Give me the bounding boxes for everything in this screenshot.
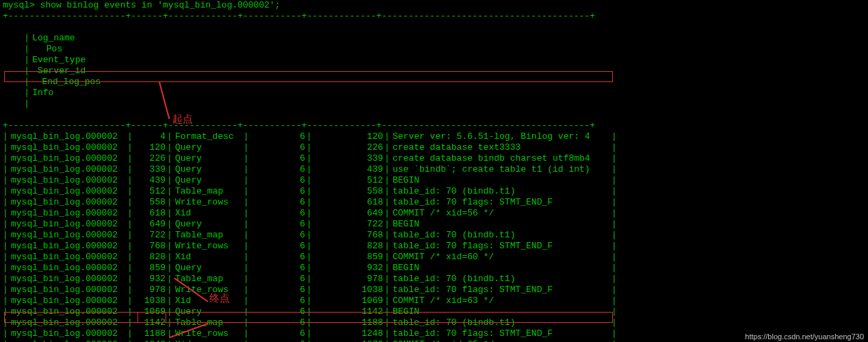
cell-event-type: Query [172, 306, 244, 317]
cell-server-id: 6 [249, 219, 306, 230]
cell-server-id: 6 [249, 306, 306, 317]
table-header-row: |Log_name |Pos |Event_type |Server_id |E… [3, 22, 865, 120]
cell-event-type: Query [172, 263, 244, 274]
cell-pos: 859 [133, 263, 167, 274]
cell-pos: 618 [133, 208, 167, 219]
table-row: |mysql_bin_log.000002|226|Query|6|339|cr… [3, 153, 865, 164]
cell-pos: 932 [133, 274, 167, 285]
cell-event-type: Table_map [172, 186, 244, 197]
cell-pos: 226 [133, 153, 167, 164]
cell-event-type: Write_rows [172, 285, 244, 295]
cell-log-name: mysql_bin_log.000002 [8, 175, 127, 186]
table-row: |mysql_bin_log.000002|859|Query|6|932|BE… [3, 263, 865, 274]
cell-pos: 339 [133, 164, 167, 175]
cell-pos: 1188 [133, 328, 167, 339]
cell-event-type: Query [172, 219, 244, 230]
header-log-name: Log_name [29, 33, 148, 44]
cell-info: COMMIT /* xid=60 */ [390, 252, 611, 263]
cell-pos: 768 [133, 241, 167, 252]
cell-server-id: 6 [249, 263, 306, 274]
table-row: |mysql_bin_log.000002|512|Table_map|6|55… [3, 186, 865, 197]
table-row: |mysql_bin_log.000002|932|Table_map|6|97… [3, 274, 865, 285]
cell-log-name: mysql_bin_log.000002 [8, 164, 127, 175]
cell-server-id: 6 [249, 186, 306, 197]
cell-end-log-pos: 1142 [312, 306, 384, 317]
cell-end-log-pos: 120 [312, 131, 384, 142]
table-row: |mysql_bin_log.000002|1188|Write_rows|6|… [3, 328, 865, 339]
table-row: |mysql_bin_log.000002|339|Query|6|439|us… [3, 164, 865, 175]
cell-info: COMMIT /* xid=63 */ [390, 295, 611, 306]
cell-server-id: 6 [249, 285, 306, 295]
cell-server-id: 6 [249, 274, 306, 285]
cell-log-name: mysql_bin_log.000002 [8, 219, 127, 230]
cell-pos: 828 [133, 252, 167, 263]
cell-log-name: mysql_bin_log.000002 [8, 153, 127, 164]
cell-server-id: 6 [249, 295, 306, 306]
cell-pos: 1069 [133, 306, 167, 317]
cell-info: table_id: 70 flags: STMT_END_F [390, 241, 611, 252]
cell-pos: 439 [133, 175, 167, 186]
cell-pos: 1248 [133, 339, 167, 342]
cell-log-name: mysql_bin_log.000002 [8, 197, 127, 208]
cell-server-id: 6 [249, 142, 306, 153]
cell-log-name: mysql_bin_log.000002 [8, 274, 127, 285]
cell-log-name: mysql_bin_log.000002 [8, 230, 127, 241]
header-server-id: Server_id [29, 66, 87, 77]
cell-pos: 512 [133, 186, 167, 197]
cell-event-type: Write_rows [172, 241, 244, 252]
table-row: |mysql_bin_log.000002|768|Write_rows|6|8… [3, 241, 865, 252]
cell-info: create database text3333 [390, 142, 611, 153]
cell-pos: 558 [133, 197, 167, 208]
cell-log-name: mysql_bin_log.000002 [8, 186, 127, 197]
sql-prompt: mysql> show binlog events in 'mysql_bin_… [3, 0, 865, 11]
cell-event-type: Query [172, 164, 244, 175]
cell-end-log-pos: 649 [312, 208, 384, 219]
cell-end-log-pos: 339 [312, 153, 384, 164]
cell-log-name: mysql_bin_log.000002 [8, 306, 127, 317]
cell-event-type: Table_map [172, 230, 244, 241]
cell-pos: 1038 [133, 295, 167, 306]
cell-info: COMMIT /* xid=65 */ [390, 339, 611, 342]
cell-info: BEGIN [390, 175, 611, 186]
table-border-mid: +----------------------+------+---------… [3, 120, 865, 131]
cell-info: table_id: 70 (bindb.t1) [390, 230, 611, 241]
header-end-log-pos: End_log_pos [29, 77, 102, 88]
cell-info: create database bindb charset utf8mb4 [390, 153, 611, 164]
cell-log-name: mysql_bin_log.000002 [8, 328, 127, 339]
cell-info: table_id: 70 (bindb.t1) [390, 274, 611, 285]
cell-end-log-pos: 618 [312, 197, 384, 208]
cell-server-id: 6 [249, 328, 306, 339]
header-event-type: Event_type [29, 55, 101, 66]
cell-end-log-pos: 512 [312, 175, 384, 186]
table-row: |mysql_bin_log.000002|439|Query|6|512|BE… [3, 175, 865, 186]
terminal: mysql> show binlog events in 'mysql_bin_… [0, 0, 868, 342]
cell-end-log-pos: 226 [312, 142, 384, 153]
table-body: |mysql_bin_log.000002|4|Format_desc|6|12… [3, 131, 865, 342]
cell-log-name: mysql_bin_log.000002 [8, 263, 127, 274]
cell-pos: 1142 [133, 317, 167, 328]
cell-log-name: mysql_bin_log.000002 [8, 252, 127, 263]
table-row: |mysql_bin_log.000002|828|Xid|6|859|COMM… [3, 252, 865, 263]
cell-info: use `bindb`; create table t1 (id int) [390, 164, 611, 175]
cell-pos: 120 [133, 142, 167, 153]
cell-log-name: mysql_bin_log.000002 [8, 339, 127, 342]
cell-event-type: Xid [172, 295, 244, 306]
table-row: |mysql_bin_log.000002|1069|Query|6|1142|… [3, 306, 865, 317]
table-row: |mysql_bin_log.000002|1142|Table_map|6|1… [3, 317, 865, 328]
header-info: Info [29, 88, 251, 98]
cell-log-name: mysql_bin_log.000002 [8, 131, 127, 142]
cell-end-log-pos: 558 [312, 186, 384, 197]
cell-event-type: Query [172, 153, 244, 164]
cell-end-log-pos: 859 [312, 252, 384, 263]
cell-event-type: Xid [172, 208, 244, 219]
cell-log-name: mysql_bin_log.000002 [8, 208, 127, 219]
cell-server-id: 6 [249, 252, 306, 263]
table-row: |mysql_bin_log.000002|1248|Xid|6|1279|CO… [3, 339, 865, 342]
table-row: |mysql_bin_log.000002|722|Table_map|6|76… [3, 230, 865, 241]
cell-pos: 722 [133, 230, 167, 241]
cell-event-type: Table_map [172, 317, 244, 328]
cell-event-type: Format_desc [172, 131, 244, 142]
header-pos: Pos [29, 44, 64, 55]
cell-server-id: 6 [249, 208, 306, 219]
cell-event-type: Write_rows [172, 197, 244, 208]
